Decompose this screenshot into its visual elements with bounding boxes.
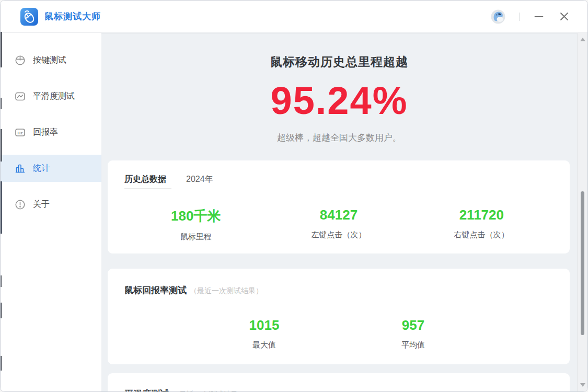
stat-average-rate: 957 平均值 bbox=[339, 317, 488, 350]
avatar-image-icon bbox=[491, 9, 505, 24]
report-rate-card-header: 鼠标回报率测试 （最近一次测试结果） bbox=[124, 284, 553, 296]
stat-left-clicks: 84127 左键点击（次） bbox=[267, 207, 410, 242]
stat-value: 84127 bbox=[267, 207, 410, 223]
percentage-value: 95.24% bbox=[101, 82, 577, 120]
card-title: 平滑度测试 bbox=[124, 388, 169, 391]
sidebar-item-key-test[interactable]: 按键测试 bbox=[1, 47, 101, 74]
card-subtitle: （最近一次测试结果） bbox=[190, 286, 263, 296]
stat-value: 957 bbox=[339, 317, 488, 333]
hz-icon: Hz bbox=[15, 127, 26, 138]
stat-label: 鼠标里程 bbox=[124, 232, 267, 242]
page-title: 鼠标移动历史总里程超越 bbox=[101, 54, 577, 70]
sidebar-item-report-rate[interactable]: Hz 回报率 bbox=[1, 119, 101, 146]
app-window: 鼠标测试大师 bbox=[0, 0, 588, 392]
app-title: 鼠标测试大师 bbox=[44, 10, 101, 22]
sidebar-item-label: 关于 bbox=[33, 199, 50, 210]
main-content: 鼠标移动历史总里程超越 95.24% 超级棒，超越全国大多数用户。 历史总数据 … bbox=[101, 33, 577, 391]
close-icon bbox=[560, 12, 569, 21]
sidebar-item-about[interactable]: 关于 bbox=[1, 191, 101, 218]
sidebar-item-statistics[interactable]: 统计 bbox=[1, 155, 101, 182]
stat-value: 180千米 bbox=[124, 207, 267, 225]
summary-subtitle: 超级棒，超越全国大多数用户。 bbox=[101, 132, 577, 144]
smoothness-card: 平滑度测试 （最近一次测试结果） bbox=[108, 373, 570, 391]
history-card: 历史总数据 2024年 180千米 鼠标里程 84127 左键点击（次） 211… bbox=[108, 160, 570, 253]
stat-value: 211720 bbox=[410, 207, 553, 223]
card-subtitle: （最近一次测试结果） bbox=[172, 390, 245, 391]
stat-max-rate: 1015 最大值 bbox=[190, 317, 339, 350]
stat-label: 右键点击（次） bbox=[410, 230, 553, 240]
stat-label: 左键点击（次） bbox=[267, 230, 410, 240]
scroll-down-icon[interactable] bbox=[580, 383, 585, 387]
stat-label: 平均值 bbox=[339, 340, 488, 350]
close-button[interactable] bbox=[555, 8, 573, 26]
minimize-button[interactable] bbox=[530, 8, 548, 26]
titlebar-controls bbox=[491, 8, 573, 26]
report-rate-stats-row: 1015 最大值 957 平均值 bbox=[124, 317, 553, 350]
scroll-up-icon[interactable] bbox=[580, 38, 585, 41]
stat-label: 最大值 bbox=[190, 340, 339, 350]
smoothness-wave-icon bbox=[15, 91, 26, 102]
stat-mouse-mileage: 180千米 鼠标里程 bbox=[124, 207, 267, 242]
sidebar-item-label: 回报率 bbox=[33, 127, 58, 138]
sidebar-item-smoothness-test[interactable]: 平滑度测试 bbox=[1, 83, 101, 110]
app-brand: 鼠标测试大师 bbox=[20, 8, 101, 26]
sidebar-item-label: 按键测试 bbox=[33, 55, 66, 66]
scrollbar[interactable] bbox=[577, 33, 587, 391]
card-title: 鼠标回报率测试 bbox=[124, 284, 187, 296]
titlebar: 鼠标测试大师 bbox=[1, 1, 587, 33]
report-rate-card: 鼠标回报率测试 （最近一次测试结果） 1015 最大值 957 平均值 bbox=[108, 269, 570, 364]
mouse-icon bbox=[15, 55, 26, 66]
titlebar-divider bbox=[519, 13, 520, 21]
tab-history-total[interactable]: 历史总数据 bbox=[124, 174, 171, 189]
sidebar-item-label: 统计 bbox=[33, 163, 50, 174]
scroll-thumb[interactable] bbox=[581, 191, 584, 335]
bar-chart-icon bbox=[15, 163, 26, 174]
sidebar: 按键测试 平滑度测试 Hz 回报率 bbox=[1, 33, 101, 391]
history-stats-row: 180千米 鼠标里程 84127 左键点击（次） 211720 右键点击（次） bbox=[124, 207, 553, 242]
desktop-edge-artifact bbox=[1, 5, 2, 388]
minimize-icon bbox=[534, 12, 544, 21]
app-body: 按键测试 平滑度测试 Hz 回报率 bbox=[1, 33, 587, 391]
svg-text:Hz: Hz bbox=[18, 130, 23, 135]
sidebar-item-label: 平滑度测试 bbox=[33, 91, 75, 102]
smoothness-card-header: 平滑度测试 （最近一次测试结果） bbox=[124, 388, 553, 391]
avatar[interactable] bbox=[491, 9, 505, 24]
history-card-tabs: 历史总数据 2024年 bbox=[124, 174, 553, 189]
app-logo-icon bbox=[20, 8, 38, 26]
stat-value: 1015 bbox=[190, 317, 339, 333]
stat-right-clicks: 211720 右键点击（次） bbox=[410, 207, 553, 242]
about-exclamation-icon bbox=[15, 199, 26, 210]
tab-year-2024[interactable]: 2024年 bbox=[186, 174, 213, 185]
